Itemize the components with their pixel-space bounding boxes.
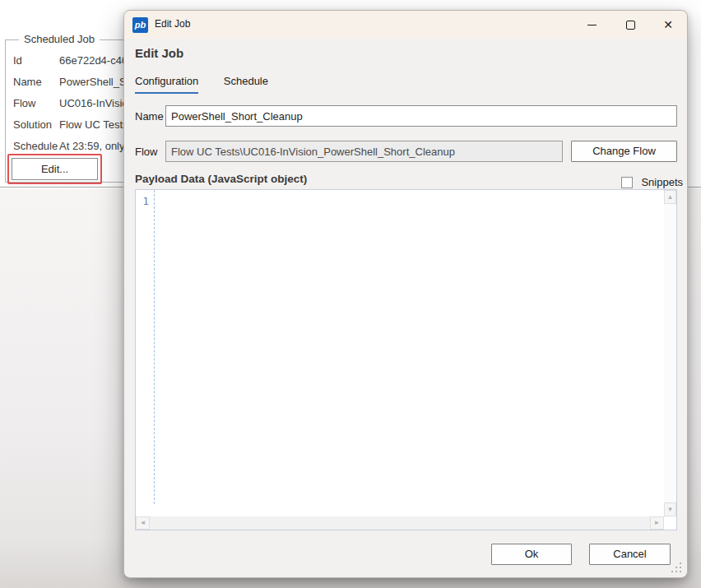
minimize-icon bbox=[587, 25, 597, 25]
maximize-button[interactable] bbox=[612, 11, 648, 39]
solution-value: Flow UC Tests bbox=[59, 118, 128, 131]
edit-job-dialog: pb Edit Job ✕ Edit Job Configuration Sch… bbox=[123, 10, 688, 578]
minimize-button[interactable] bbox=[573, 11, 610, 39]
flow-field-label: Flow bbox=[135, 146, 157, 158]
snippets-checkbox[interactable] bbox=[621, 177, 633, 188]
ok-button[interactable]: Ok bbox=[491, 544, 572, 565]
change-flow-button[interactable]: Change Flow bbox=[571, 141, 677, 162]
flow-label: Flow bbox=[13, 97, 35, 109]
scroll-up-icon: ▲ bbox=[665, 191, 675, 204]
maximize-icon bbox=[626, 21, 635, 30]
solution-label: Solution bbox=[13, 118, 52, 131]
scroll-right-icon: ► bbox=[651, 517, 663, 529]
scroll-right-button[interactable]: ► bbox=[650, 516, 664, 530]
screen: Scheduled Job Id 66e722d4-c404 Name Powe… bbox=[0, 0, 701, 588]
line-number: 1 bbox=[142, 195, 149, 207]
line-number-gutter: 1 bbox=[136, 190, 155, 504]
name-input[interactable] bbox=[165, 105, 677, 127]
snippets-control: Snippets bbox=[621, 174, 683, 188]
cancel-button[interactable]: Cancel bbox=[589, 544, 671, 565]
id-value: 66e722d4-c404 bbox=[59, 54, 133, 67]
name-label: Name bbox=[13, 76, 42, 88]
dialog-heading: Edit Job bbox=[135, 46, 183, 60]
schedule-label: Schedule bbox=[13, 140, 58, 152]
dialog-title: Edit Job bbox=[155, 18, 190, 30]
tab-configuration[interactable]: Configuration bbox=[135, 75, 198, 94]
tab-bar: Configuration Schedule bbox=[135, 73, 290, 98]
snippets-label: Snippets bbox=[641, 176, 683, 188]
schedule-value: At 23:59, only o bbox=[59, 140, 133, 152]
edit-button[interactable]: Edit... bbox=[12, 158, 98, 180]
scroll-left-icon: ◄ bbox=[137, 517, 149, 529]
dialog-titlebar[interactable]: pb Edit Job ✕ bbox=[124, 11, 687, 39]
horizontal-scrollbar[interactable]: ◄ ► bbox=[136, 516, 664, 530]
app-icon: pb bbox=[132, 17, 148, 33]
payload-code-editor[interactable]: 1 ▲ ▼ ◄ ► bbox=[135, 189, 677, 530]
payload-data-label: Payload Data (JavaScript object) bbox=[135, 173, 307, 185]
flow-input bbox=[165, 141, 563, 162]
id-label: Id bbox=[13, 54, 22, 67]
scroll-up-button[interactable]: ▲ bbox=[664, 190, 676, 204]
name-field-label: Name bbox=[135, 110, 164, 123]
scroll-down-icon: ▼ bbox=[665, 503, 675, 516]
close-icon: ✕ bbox=[663, 18, 673, 31]
resize-grip[interactable] bbox=[671, 563, 682, 573]
close-button[interactable]: ✕ bbox=[650, 11, 686, 39]
tab-schedule[interactable]: Schedule bbox=[224, 75, 268, 92]
vertical-scrollbar[interactable]: ▲ ▼ bbox=[664, 190, 676, 516]
scrollbar-corner bbox=[664, 516, 676, 530]
scheduled-job-group-title: Scheduled Job bbox=[19, 33, 100, 45]
scroll-down-button[interactable]: ▼ bbox=[664, 502, 676, 516]
scroll-left-button[interactable]: ◄ bbox=[136, 516, 150, 530]
